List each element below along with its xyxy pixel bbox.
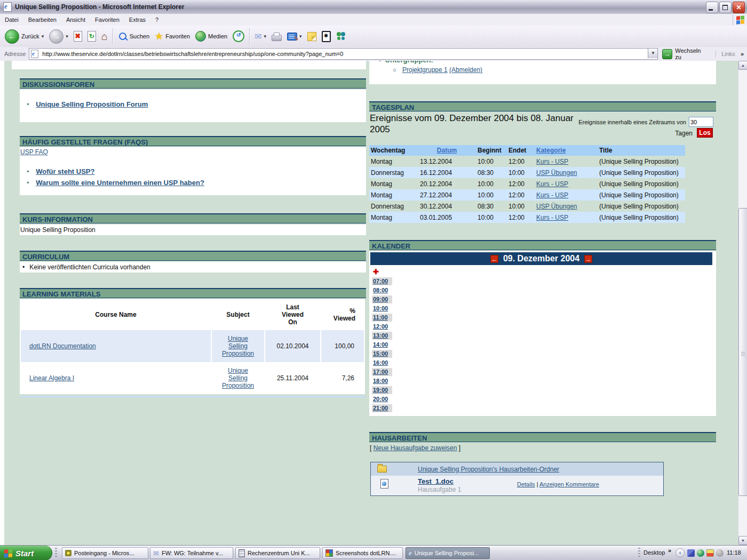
event-title: (Unique Selling Proposition) bbox=[598, 189, 685, 201]
days-input[interactable] bbox=[689, 117, 713, 127]
subject-link[interactable]: Unique Selling Proposition bbox=[220, 367, 256, 389]
media-button[interactable]: Medien bbox=[193, 27, 230, 45]
hour-link[interactable]: 21:00 bbox=[372, 404, 392, 412]
category-link[interactable]: Kurs - USP bbox=[536, 191, 568, 199]
hour-link[interactable]: 17:00 bbox=[372, 368, 392, 376]
start-button[interactable]: Start bbox=[0, 546, 52, 560]
hour-link[interactable]: 14:00 bbox=[372, 341, 392, 349]
menu-bearbeiten[interactable]: Bearbeiten bbox=[23, 17, 61, 23]
hour-link[interactable]: 16:00 bbox=[372, 359, 392, 367]
add-event-icon[interactable]: ✚ bbox=[373, 269, 379, 275]
scrollbar-thumb[interactable] bbox=[738, 208, 747, 496]
forward-dropdown-icon[interactable]: ▾ bbox=[66, 34, 68, 39]
category-link[interactable]: Kurs - USP bbox=[536, 180, 568, 188]
course-cell: Linear Algebra I bbox=[21, 363, 211, 393]
hour-link[interactable]: 09:00 bbox=[372, 295, 392, 303]
taskbar-task-ie-active[interactable]: e Unique Selling Proposi... bbox=[406, 547, 490, 559]
go-button[interactable]: → Wechseln zu bbox=[662, 47, 708, 60]
links-chevron-icon[interactable]: » bbox=[741, 51, 744, 57]
stop-button[interactable]: ✖ bbox=[71, 27, 85, 45]
address-dropdown-icon[interactable]: ▼ bbox=[648, 49, 657, 58]
category-link[interactable]: USP Übungen bbox=[536, 169, 577, 177]
mail-dropdown-icon[interactable]: ▾ bbox=[264, 34, 267, 39]
subject-link[interactable]: Unique Selling Proposition bbox=[220, 335, 256, 357]
taskbar-task-posteingang[interactable]: Posteingang - Micros... bbox=[62, 547, 148, 559]
hour-link[interactable]: 19:00 bbox=[372, 386, 392, 394]
quicklaunch-separator[interactable] bbox=[55, 548, 57, 558]
vertical-scrollbar[interactable]: ▲ ▼ bbox=[738, 61, 747, 545]
new-homework-link[interactable]: Neue Hausaufgabe zuweisen bbox=[374, 444, 457, 452]
menu-extras[interactable]: Extras bbox=[124, 17, 150, 23]
messenger-button[interactable] bbox=[333, 27, 349, 45]
hour-link[interactable]: 18:00 bbox=[372, 377, 392, 385]
course-link[interactable]: dotLRN Documentation bbox=[29, 342, 96, 350]
tray-app-icon[interactable] bbox=[706, 549, 714, 557]
menu-hilfe[interactable]: ? bbox=[150, 17, 163, 23]
tray-update-icon[interactable] bbox=[716, 549, 724, 557]
search-button[interactable]: Suchen bbox=[115, 27, 152, 45]
forward-button[interactable]: → ▾ bbox=[46, 27, 71, 45]
taskbar-task-mail[interactable]: ✉ FW: WG: Teilnahme v... bbox=[150, 547, 233, 559]
taskbar-task-rechenzentrum[interactable]: Rechenzentrum Uni K... bbox=[235, 547, 320, 559]
tray-collapse-button[interactable]: ‹ bbox=[676, 548, 685, 557]
home-button[interactable]: ⌂ bbox=[99, 27, 110, 45]
refresh-button[interactable]: ↻ bbox=[85, 27, 99, 45]
hour-link[interactable]: 10:00 bbox=[372, 305, 392, 313]
faq-question-2-link[interactable]: Warum sollte eine Unternehmen einen USP … bbox=[36, 179, 204, 187]
forum-link[interactable]: Unique Selling Proposition Forum bbox=[36, 100, 148, 108]
scroll-down-button[interactable]: ▼ bbox=[738, 536, 747, 545]
los-button[interactable]: Los bbox=[697, 128, 713, 138]
history-button[interactable]: ↺ bbox=[230, 27, 247, 45]
hour-link[interactable]: 20:00 bbox=[372, 395, 392, 403]
show-comments-link[interactable]: Anzeigen Kommentare bbox=[539, 481, 599, 487]
usp-faq-link[interactable]: USP FAQ bbox=[20, 148, 48, 156]
projektgruppe-link[interactable]: Projektgruppe 1 bbox=[402, 66, 448, 74]
dialer-button[interactable]: ✱ bbox=[319, 27, 333, 45]
hour-link[interactable]: 08:00 bbox=[372, 286, 392, 294]
datum-sort-link[interactable]: Datum bbox=[437, 147, 457, 154]
kategorie-sort-link[interactable]: Kategorie bbox=[536, 147, 566, 154]
category-link[interactable]: USP Übungen bbox=[536, 203, 577, 210]
desktop-chevron-icon[interactable]: » bbox=[668, 547, 671, 554]
discuss-button[interactable] bbox=[305, 27, 319, 45]
homework-folder-link[interactable]: Unique Selling Proposition's Hausarbeite… bbox=[418, 466, 559, 473]
menu-ansicht[interactable]: Ansicht bbox=[61, 17, 90, 23]
links-toolbar[interactable]: Links bbox=[716, 51, 735, 57]
print-button[interactable] bbox=[269, 27, 284, 45]
last-viewed-cell: 02.10.2004 bbox=[265, 330, 320, 362]
hour-link[interactable]: 13:00 bbox=[372, 332, 392, 340]
prev-day-button[interactable]: ← bbox=[490, 255, 498, 263]
abmelden-link[interactable]: (Abmelden) bbox=[449, 66, 482, 74]
taskbar-task-screenshots[interactable]: Screenshots dotLRN.... bbox=[322, 547, 403, 559]
mail-button[interactable]: ✉ ▾ bbox=[252, 27, 269, 45]
print-icon bbox=[272, 35, 282, 41]
scroll-up-button[interactable]: ▲ bbox=[738, 61, 747, 70]
course-link[interactable]: Linear Algebra I bbox=[29, 374, 74, 382]
tray-network-icon[interactable] bbox=[687, 549, 695, 557]
category-link[interactable]: Kurs - USP bbox=[536, 214, 568, 221]
desktop-toolbar-label[interactable]: Desktop bbox=[643, 549, 665, 556]
menu-datei[interactable]: Datei bbox=[0, 17, 23, 23]
category-link[interactable]: Kurs - USP bbox=[536, 158, 568, 165]
file-link[interactable]: Test_1.doc bbox=[418, 477, 454, 485]
edit-button[interactable]: ▾ bbox=[284, 27, 305, 45]
col-datum: Datum bbox=[418, 145, 476, 156]
favorites-button[interactable]: ★ Favoriten bbox=[152, 27, 193, 45]
faq-question-1-link[interactable]: Wofür steht USP? bbox=[36, 167, 94, 175]
menu-favoriten[interactable]: Favoriten bbox=[90, 17, 124, 23]
restore-button[interactable] bbox=[719, 2, 732, 13]
address-input[interactable] bbox=[42, 51, 650, 57]
tray-antivirus-icon[interactable] bbox=[697, 549, 704, 557]
hour-link[interactable]: 07:00 bbox=[372, 277, 392, 285]
back-button[interactable]: ← Zurück ▾ bbox=[2, 27, 46, 45]
hour-link[interactable]: 11:00 bbox=[372, 314, 392, 322]
close-button[interactable] bbox=[733, 2, 745, 13]
edit-dropdown-icon[interactable]: ▾ bbox=[299, 34, 302, 39]
minimize-button[interactable] bbox=[706, 2, 718, 13]
next-day-button[interactable]: → bbox=[584, 255, 592, 263]
hour-link[interactable]: 15:00 bbox=[372, 350, 392, 358]
hour-link[interactable]: 12:00 bbox=[372, 323, 392, 331]
details-link[interactable]: Details bbox=[517, 481, 535, 487]
section-kalender: KALENDER bbox=[369, 240, 716, 250]
back-dropdown-icon[interactable]: ▾ bbox=[42, 34, 44, 39]
